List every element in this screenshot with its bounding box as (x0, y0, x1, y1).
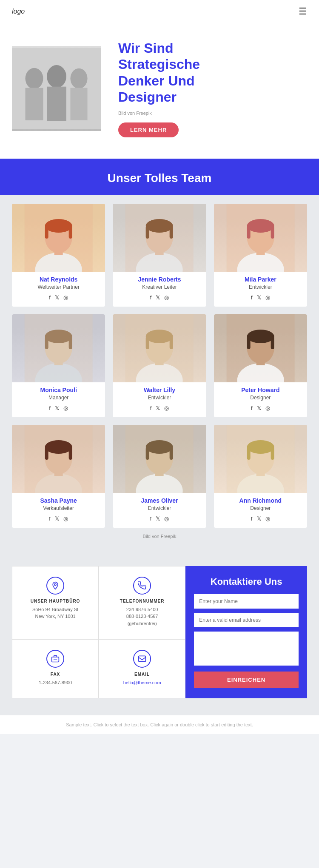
hero-text: Wir Sind Strategische Denker Und Designe… (118, 40, 307, 137)
team-grid: Nat Reynolds Weltweiter Partner f 𝕏 ◎ (12, 204, 307, 528)
person-portrait-icon (12, 204, 105, 272)
svg-rect-48 (271, 336, 274, 349)
twitter-icon[interactable]: 𝕏 (55, 515, 59, 522)
team-member-card: Monica Pouli Manager f 𝕏 ◎ (12, 314, 105, 417)
contact-email-box: EMAIL hello@theme.com (99, 639, 185, 698)
twitter-icon[interactable]: 𝕏 (257, 294, 261, 301)
team-card-photo (113, 425, 206, 493)
team-member-name: Peter Howard (214, 387, 307, 393)
team-card-photo (214, 204, 307, 272)
instagram-icon[interactable]: ◎ (63, 294, 68, 301)
team-member-card: James Oliver Entwickler f 𝕏 ◎ (113, 425, 206, 528)
location-icon (51, 581, 60, 590)
instagram-icon[interactable]: ◎ (265, 405, 270, 411)
twitter-icon[interactable]: 𝕏 (55, 294, 59, 301)
facebook-icon[interactable]: f (251, 515, 253, 522)
svg-rect-27 (271, 226, 274, 239)
team-member-social: f 𝕏 ◎ (113, 405, 206, 411)
office-icon-circle (46, 577, 64, 595)
svg-rect-62 (170, 447, 173, 460)
team-member-role: Designer (214, 505, 307, 511)
hamburger-icon[interactable]: ☰ (299, 6, 307, 17)
svg-point-11 (45, 219, 72, 233)
person-portrait-icon (12, 425, 105, 493)
twitter-icon[interactable]: 𝕏 (55, 405, 59, 411)
team-member-name: Jennie Roberts (113, 276, 206, 283)
svg-point-46 (247, 330, 274, 343)
team-member-role: Entwickler (214, 284, 307, 290)
svg-rect-34 (69, 336, 72, 349)
twitter-icon[interactable]: 𝕏 (257, 515, 261, 522)
team-member-name: Nat Reynolds (12, 276, 105, 283)
facebook-icon[interactable]: f (251, 405, 253, 411)
team-member-card: Peter Howard Designer f 𝕏 ◎ (214, 314, 307, 417)
team-member-role: Entwickler (113, 395, 206, 401)
person-portrait-icon (113, 204, 206, 272)
team-member-social: f 𝕏 ◎ (214, 294, 307, 301)
team-member-card: Walter Lilly Entwickler f 𝕏 ◎ (113, 314, 206, 417)
instagram-icon[interactable]: ◎ (63, 405, 68, 411)
svg-point-3 (47, 65, 66, 88)
svg-rect-47 (247, 336, 250, 349)
svg-rect-20 (170, 226, 173, 239)
twitter-icon[interactable]: 𝕏 (257, 405, 261, 411)
person-portrait-icon (214, 425, 307, 493)
team-card-photo (12, 204, 105, 272)
svg-point-39 (146, 330, 173, 343)
svg-rect-6 (70, 88, 87, 120)
facebook-icon[interactable]: f (150, 515, 152, 522)
facebook-icon[interactable]: f (49, 294, 51, 301)
office-title: UNSER HAUPTBÜRO (31, 599, 80, 603)
facebook-icon[interactable]: f (49, 515, 51, 522)
learn-more-button[interactable]: LERN MEHR (118, 122, 179, 137)
team-member-card: Jennie Roberts Kreativer Leiter f 𝕏 ◎ (113, 204, 206, 307)
svg-rect-19 (146, 226, 149, 239)
person-portrait-icon (214, 204, 307, 272)
facebook-icon[interactable]: f (251, 294, 253, 301)
instagram-icon[interactable]: ◎ (265, 515, 270, 522)
svg-point-32 (45, 330, 72, 343)
email-title: EMAIL (134, 672, 150, 677)
team-grid-wrap: Nat Reynolds Weltweiter Partner f 𝕏 ◎ (0, 195, 319, 553)
instagram-icon[interactable]: ◎ (164, 515, 169, 522)
facebook-icon[interactable]: f (49, 405, 51, 411)
instagram-icon[interactable]: ◎ (164, 405, 169, 411)
email-icon (138, 655, 146, 663)
contact-office-box: UNSER HAUPTBÜRO SoHo 94 Broadway StNew Y… (12, 566, 99, 639)
instagram-icon[interactable]: ◎ (63, 515, 68, 522)
hero-title: Wir Sind Strategische Denker Und Designe… (118, 40, 307, 105)
contact-phone-box: TELEFONNUMMER 234-9876-5400888-0123-4567… (99, 566, 185, 639)
phone-numbers: 234-9876-5400888-0123-4567(gebührenfrei) (126, 606, 158, 627)
hero-freepik-note: Bild von Freepik (118, 111, 307, 116)
team-member-name: Mila Parker (214, 276, 307, 283)
twitter-icon[interactable]: 𝕏 (156, 515, 160, 522)
team-card-photo (12, 425, 105, 493)
team-member-card: Ann Richmond Designer f 𝕏 ◎ (214, 425, 307, 528)
team-member-name: Monica Pouli (12, 387, 105, 393)
message-textarea[interactable] (194, 632, 299, 666)
team-member-role: Manager (12, 395, 105, 401)
facebook-icon[interactable]: f (150, 294, 152, 301)
twitter-icon[interactable]: 𝕏 (156, 294, 160, 301)
team-member-role: Designer (214, 395, 307, 401)
instagram-icon[interactable]: ◎ (164, 294, 169, 301)
svg-rect-33 (45, 336, 48, 349)
twitter-icon[interactable]: 𝕏 (156, 405, 160, 411)
instagram-icon[interactable]: ◎ (265, 294, 270, 301)
svg-rect-61 (146, 447, 149, 460)
team-card-photo (113, 314, 206, 382)
submit-button[interactable]: EINREICHEN (194, 672, 299, 688)
contact-grid: UNSER HAUPTBÜRO SoHo 94 Broadway StNew Y… (12, 566, 307, 698)
svg-point-60 (146, 440, 173, 454)
email-input[interactable] (194, 613, 299, 627)
team-member-card: Nat Reynolds Weltweiter Partner f 𝕏 ◎ (12, 204, 105, 307)
person-portrait-icon (113, 425, 206, 493)
team-member-name: James Oliver (113, 497, 206, 504)
name-input[interactable] (194, 594, 299, 609)
facebook-icon[interactable]: f (150, 405, 152, 411)
phone-icon-circle (133, 577, 151, 595)
team-member-social: f 𝕏 ◎ (12, 405, 105, 411)
svg-rect-73 (139, 656, 146, 661)
svg-rect-71 (52, 657, 59, 662)
fax-icon-circle (46, 650, 64, 668)
